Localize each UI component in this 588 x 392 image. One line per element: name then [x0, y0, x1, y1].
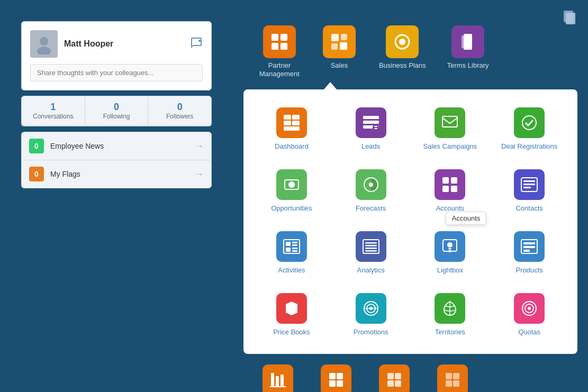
svg-rect-38 [442, 186, 449, 192]
nav-item-terms-library[interactable]: Terms Library [437, 21, 500, 82]
svg-rect-48 [292, 244, 297, 246]
grid-item-leads[interactable]: Leads [333, 100, 409, 158]
leads-icon [356, 107, 386, 138]
nav-item-sales[interactable]: Sales [310, 21, 368, 82]
terms-library-label: Terms Library [447, 61, 489, 70]
partner-management-label: PartnerManagement [259, 61, 300, 78]
deal-registrations-label: Deal Registrations [501, 142, 557, 150]
svg-rect-62 [523, 246, 535, 248]
svg-rect-36 [442, 177, 449, 184]
share-input[interactable] [30, 64, 203, 81]
conversations-label: Conversations [25, 113, 82, 120]
svg-rect-19 [284, 115, 291, 120]
svg-point-74 [528, 307, 531, 310]
following-count: 0 [88, 102, 145, 113]
svg-rect-22 [292, 121, 300, 125]
nav-item-business-plans[interactable]: $ Business Plans [368, 21, 437, 82]
opportunities-label: Opportunities [271, 204, 312, 212]
my-flags-item[interactable]: 0 My Flags → [22, 160, 211, 188]
my-flags-arrow-icon: → [194, 169, 204, 180]
contacts-label: Contacts [515, 204, 542, 212]
svg-rect-84 [395, 373, 401, 379]
employee-news-badge: 0 [29, 139, 44, 153]
svg-rect-81 [329, 380, 336, 387]
employee-news-arrow-icon: → [194, 141, 204, 152]
svg-rect-55 [365, 250, 377, 252]
promotions-label: Promotions [354, 328, 388, 336]
grid-item-quotas[interactable]: Quotas [492, 286, 567, 343]
bottom-nav-item-4[interactable] [423, 360, 482, 392]
grid-item-price-books[interactable]: Price Books [254, 286, 329, 343]
svg-rect-61 [523, 242, 535, 244]
my-flags-badge: 0 [29, 167, 44, 181]
svg-point-35 [369, 183, 373, 187]
contacts-icon [514, 169, 545, 200]
bottom-nav-item-3[interactable] [365, 360, 423, 392]
svg-rect-42 [523, 184, 535, 185]
grid-item-promotions[interactable]: Promotions [333, 286, 409, 343]
grid-item-products[interactable]: Products [492, 224, 567, 281]
svg-text:$: $ [400, 38, 404, 46]
grid-item-dashboard[interactable]: Dashboard [254, 100, 329, 158]
accounts-label: Accounts [436, 204, 464, 212]
followers-stat: 0 Followers [148, 96, 211, 125]
profile-name: Matt Hooper [64, 39, 184, 49]
grid-item-territories[interactable]: Territories [413, 286, 488, 343]
analytics-icon [356, 231, 386, 262]
svg-point-31 [522, 116, 536, 130]
svg-rect-49 [292, 248, 297, 249]
svg-rect-47 [292, 242, 297, 243]
grid-item-contacts[interactable]: Contacts [492, 162, 567, 220]
svg-rect-83 [387, 373, 394, 379]
svg-rect-18 [462, 35, 464, 48]
grid-item-activities[interactable]: Activities [254, 224, 329, 281]
svg-rect-52 [365, 242, 377, 244]
svg-rect-9 [281, 43, 287, 50]
activities-icon [276, 231, 307, 262]
sales-icon [323, 25, 356, 58]
svg-rect-88 [453, 373, 459, 379]
sales-campaigns-label: Sales Campaigns [423, 142, 477, 150]
svg-point-57 [447, 242, 453, 248]
svg-rect-12 [331, 43, 338, 50]
bottom-nav-icon-4 [437, 364, 468, 392]
grid-item-forecasts[interactable]: Forecasts [333, 162, 409, 220]
partner-management-icon [263, 25, 296, 58]
lightbox-label: Lightbox [437, 266, 463, 274]
svg-rect-76 [276, 376, 279, 387]
territories-icon [435, 293, 465, 324]
svg-rect-20 [292, 115, 300, 120]
conversations-stat: 1 Conversations [22, 96, 85, 125]
svg-rect-59 [449, 250, 451, 252]
svg-rect-8 [272, 43, 278, 50]
employee-news-title: Employee News [50, 142, 194, 150]
products-label: Products [515, 266, 542, 274]
svg-rect-53 [365, 245, 377, 247]
grid-item-deal-registrations[interactable]: Deal Registrations [492, 100, 567, 158]
svg-rect-50 [292, 250, 297, 252]
svg-rect-29 [374, 128, 377, 129]
price-books-label: Price Books [273, 328, 310, 336]
bottom-nav-icon-1 [263, 364, 293, 392]
svg-rect-63 [523, 250, 530, 252]
grid-item-analytics[interactable]: Analytics [333, 224, 409, 281]
nav-item-partner-management[interactable]: PartnerManagement [249, 21, 310, 82]
svg-rect-13 [340, 42, 347, 50]
bottom-nav-item-2[interactable] [307, 360, 365, 392]
grid-item-lightbox[interactable]: Lightbox [413, 224, 488, 281]
svg-rect-85 [387, 380, 394, 387]
business-plans-label: Business Plans [379, 61, 426, 70]
territories-label: Territories [435, 328, 465, 336]
main-content: PartnerManagement Sales $ [243, 21, 577, 392]
grid-item-opportunities[interactable]: Opportunities [254, 162, 329, 220]
bottom-nav-item-1[interactable] [249, 360, 307, 392]
lightbox-icon [435, 231, 465, 262]
svg-rect-39 [451, 186, 457, 192]
svg-point-3 [37, 47, 51, 54]
comment-icon[interactable] [190, 37, 203, 52]
svg-rect-79 [329, 373, 336, 379]
forecasts-icon [356, 169, 386, 200]
grid-item-sales-campaigns[interactable]: Sales Campaigns [413, 100, 488, 158]
grid-item-accounts[interactable]: Accounts Accounts [413, 162, 488, 220]
employee-news-item[interactable]: 0 Employee News → [22, 132, 211, 160]
